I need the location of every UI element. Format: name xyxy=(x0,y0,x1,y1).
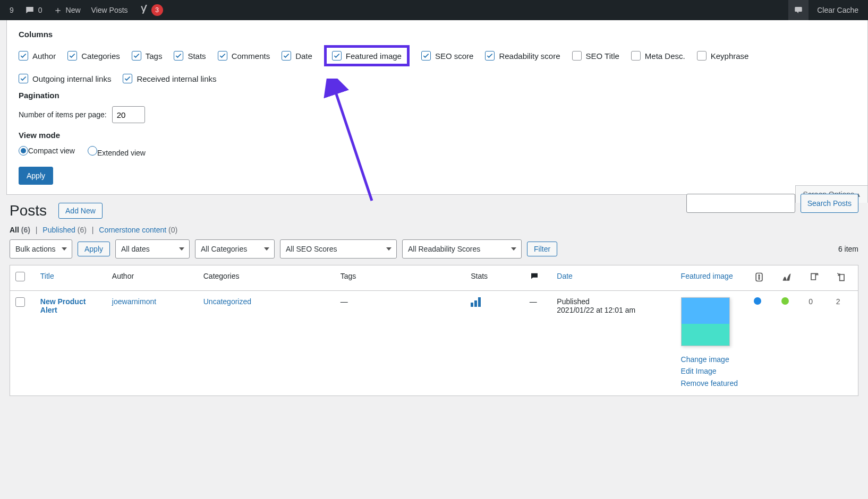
extended-view-radio[interactable]: Extended view xyxy=(88,146,146,157)
svg-point-4 xyxy=(759,277,760,278)
column-toggle-seo-title[interactable]: SEO Title xyxy=(572,51,619,61)
categories-filter-select[interactable]: All Categories xyxy=(195,239,275,259)
author-link[interactable]: joewarnimont xyxy=(112,297,156,306)
checkbox-icon xyxy=(697,51,707,61)
admin-bar-updates[interactable]: 9 xyxy=(4,0,19,20)
column-toggle-meta-desc-[interactable]: Meta Desc. xyxy=(631,51,685,61)
admin-bar-yoast[interactable]: 3 xyxy=(133,0,168,20)
tags-cell: — xyxy=(335,291,466,396)
table-row: New Product Alert joewarnimont Uncategor… xyxy=(10,291,858,396)
edit-image-link[interactable]: Edit Image xyxy=(681,365,744,377)
checkbox-icon xyxy=(132,51,141,61)
stats-bar-icon[interactable] xyxy=(471,297,481,307)
checkbox-icon xyxy=(67,51,77,61)
per-page-input[interactable] xyxy=(112,106,145,123)
yoast-icon xyxy=(139,5,149,15)
featured-thumbnail[interactable] xyxy=(681,297,730,346)
column-toggle-comments[interactable]: Comments xyxy=(218,51,270,61)
checkbox-icon xyxy=(19,51,28,61)
column-toggle-author[interactable]: Author xyxy=(19,51,56,61)
checkbox-icon xyxy=(572,51,582,61)
checkbox-icon xyxy=(282,51,291,61)
admin-bar-view-posts[interactable]: View Posts xyxy=(86,0,133,20)
dates-filter-select[interactable]: All dates xyxy=(115,239,190,259)
column-toggle-received-internal-links[interactable]: Received internal links xyxy=(123,74,216,83)
seo-score-icon xyxy=(754,272,764,282)
bulk-actions-select[interactable]: Bulk actions xyxy=(10,239,72,259)
comments-cell: — xyxy=(524,291,552,396)
comment-icon xyxy=(24,5,35,15)
col-title[interactable]: Title xyxy=(40,272,54,280)
filter-all[interactable]: All (6) xyxy=(10,226,30,234)
readability-filter-select[interactable]: All Readability Scores xyxy=(402,239,522,259)
column-toggle-categories[interactable]: Categories xyxy=(67,51,120,61)
admin-bar-comments[interactable]: 0 xyxy=(19,0,48,20)
apply-screen-options-button[interactable]: Apply xyxy=(19,167,53,185)
screen-options-panel: Columns AuthorCategoriesTagsStatsComment… xyxy=(6,20,868,195)
post-status-filters: All (6) | Published (6) | Cornerstone co… xyxy=(10,226,858,234)
post-title-link[interactable]: New Product Alert xyxy=(40,297,86,314)
category-link[interactable]: Uncategorized xyxy=(203,297,251,306)
column-checkboxes: AuthorCategoriesTagsStatsCommentsDateFea… xyxy=(19,45,856,66)
svg-point-5 xyxy=(759,279,760,280)
pagination-heading: Pagination xyxy=(19,91,856,100)
column-toggle-stats[interactable]: Stats xyxy=(174,51,206,61)
checkbox-icon xyxy=(19,74,28,83)
col-categories: Categories xyxy=(198,265,335,291)
filter-cornerstone[interactable]: Cornerstone content (0) xyxy=(99,226,177,234)
select-all-checkbox[interactable] xyxy=(15,272,25,281)
checkbox-icon xyxy=(123,74,132,83)
comment-icon xyxy=(530,272,539,280)
search-input[interactable] xyxy=(686,194,795,213)
page-title: Posts xyxy=(10,202,47,219)
compact-view-radio[interactable]: Compact view xyxy=(19,146,75,157)
posts-table: Title Author Categories Tags Stats Date … xyxy=(10,265,858,396)
received-links-icon xyxy=(836,272,847,282)
admin-bar-cache[interactable] xyxy=(788,0,809,20)
received-count: 2 xyxy=(831,291,858,396)
filter-published[interactable]: Published (6) xyxy=(42,226,87,234)
chat-icon xyxy=(794,5,803,15)
checkbox-icon xyxy=(485,51,495,61)
svg-rect-0 xyxy=(795,7,802,12)
admin-bar-clear-cache[interactable]: Clear Cache xyxy=(812,0,864,20)
column-toggle-tags[interactable]: Tags xyxy=(132,51,163,61)
checkbox-icon xyxy=(332,51,342,61)
readability-score-dot xyxy=(781,297,789,305)
col-featured-image[interactable]: Featured image xyxy=(681,272,733,280)
change-image-link[interactable]: Change image xyxy=(681,354,744,365)
col-date[interactable]: Date xyxy=(557,272,573,280)
col-tags: Tags xyxy=(335,265,466,291)
radio-icon xyxy=(19,146,28,156)
date-cell: Published2021/01/22 at 12:01 am xyxy=(551,291,675,396)
item-count: 6 item xyxy=(838,245,858,253)
checkbox-icon xyxy=(421,51,431,61)
checkbox-icon xyxy=(631,51,641,61)
notification-badge: 3 xyxy=(151,4,163,16)
column-toggle-featured-image[interactable]: Featured image xyxy=(332,51,402,61)
checkbox-icon xyxy=(218,51,227,61)
outgoing-count: 0 xyxy=(803,291,831,396)
apply-bulk-button[interactable]: Apply xyxy=(78,242,110,256)
column-toggle-seo-score[interactable]: SEO score xyxy=(421,51,474,61)
view-mode-heading: View mode xyxy=(19,131,856,140)
search-posts-button[interactable]: Search Posts xyxy=(801,194,858,213)
filter-button[interactable]: Filter xyxy=(527,242,557,256)
outgoing-links-icon xyxy=(809,272,819,282)
readability-icon xyxy=(781,272,792,282)
per-page-label: Number of items per page: xyxy=(19,110,107,119)
column-toggle-readability-score[interactable]: Readability score xyxy=(485,51,560,61)
column-toggle-outgoing-internal-links[interactable]: Outgoing internal links xyxy=(19,74,111,83)
seo-filter-select[interactable]: All SEO Scores xyxy=(280,239,397,259)
remove-featured-link[interactable]: Remove featured xyxy=(681,377,744,389)
column-toggle-keyphrase[interactable]: Keyphrase xyxy=(697,51,749,61)
columns-heading: Columns xyxy=(19,30,856,39)
checkbox-icon xyxy=(174,51,183,61)
admin-bar: 9 0 ＋ New View Posts 3 Clear Cache xyxy=(0,0,868,20)
col-author: Author xyxy=(107,265,198,291)
admin-bar-new[interactable]: ＋ New xyxy=(48,0,86,20)
column-toggle-date[interactable]: Date xyxy=(282,51,312,61)
add-new-button[interactable]: Add New xyxy=(58,203,103,219)
row-checkbox[interactable] xyxy=(15,297,25,307)
radio-icon xyxy=(88,146,97,156)
